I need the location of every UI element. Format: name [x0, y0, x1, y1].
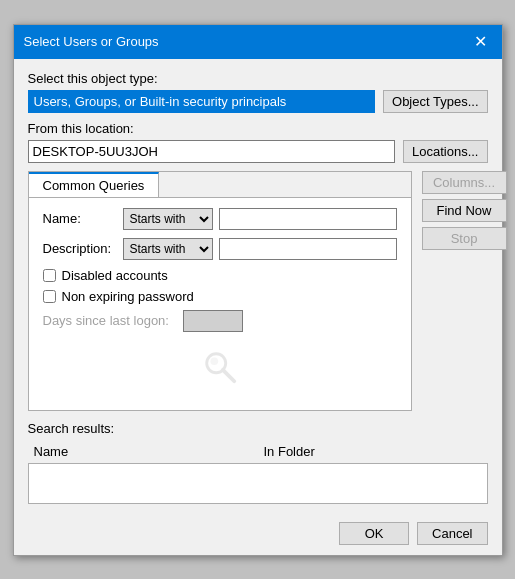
select-users-dialog: Select Users or Groups ✕ Select this obj…	[13, 24, 503, 556]
non-expiring-label: Non expiring password	[62, 289, 194, 304]
tab-body: Name: Starts with Is exactly Description…	[29, 198, 411, 410]
description-row: Description: Starts with Is exactly	[43, 238, 397, 260]
cancel-button[interactable]: Cancel	[417, 522, 487, 545]
results-table-header: Name In Folder	[28, 440, 488, 464]
dialog-title: Select Users or Groups	[24, 34, 159, 49]
location-row: Locations...	[28, 140, 488, 163]
search-results-label: Search results:	[28, 421, 488, 436]
object-type-label: Select this object type:	[28, 71, 488, 86]
tab-header: Common Queries	[29, 172, 411, 198]
dialog-footer: OK Cancel	[14, 514, 502, 555]
columns-button[interactable]: Columns...	[422, 171, 507, 194]
non-expiring-checkbox[interactable]	[43, 290, 56, 303]
search-watermark-icon	[201, 348, 239, 386]
object-type-row: Object Types...	[28, 90, 488, 113]
main-content: Common Queries Name: Starts with Is exac…	[28, 171, 488, 421]
object-types-button[interactable]: Object Types...	[383, 90, 487, 113]
location-input[interactable]	[28, 140, 396, 163]
dialog-body: Select this object type: Object Types...…	[14, 59, 502, 514]
description-input[interactable]	[219, 238, 397, 260]
results-table-body	[28, 464, 488, 504]
common-queries-tab[interactable]: Common Queries	[29, 172, 160, 197]
close-button[interactable]: ✕	[470, 31, 492, 53]
title-bar: Select Users or Groups ✕	[14, 25, 502, 59]
ok-button[interactable]: OK	[339, 522, 409, 545]
non-expiring-row: Non expiring password	[43, 289, 397, 304]
col-folder: In Folder	[258, 442, 488, 461]
tab-container: Common Queries Name: Starts with Is exac…	[28, 171, 412, 411]
days-label: Days since last logon:	[43, 313, 183, 328]
object-type-input[interactable]	[28, 90, 376, 113]
right-buttons: Columns... Find Now Stop	[422, 171, 507, 250]
days-input	[183, 310, 243, 332]
disabled-accounts-label: Disabled accounts	[62, 268, 168, 283]
locations-button[interactable]: Locations...	[403, 140, 488, 163]
location-label: From this location:	[28, 121, 488, 136]
find-now-button[interactable]: Find Now	[422, 199, 507, 222]
name-label: Name:	[43, 211, 123, 226]
queries-panel: Common Queries Name: Starts with Is exac…	[28, 171, 412, 421]
disabled-accounts-row: Disabled accounts	[43, 268, 397, 283]
watermark-area	[43, 338, 397, 396]
col-name: Name	[28, 442, 258, 461]
name-operator-select[interactable]: Starts with Is exactly	[123, 208, 213, 230]
days-row: Days since last logon:	[43, 310, 397, 332]
name-row: Name: Starts with Is exactly	[43, 208, 397, 230]
disabled-accounts-checkbox[interactable]	[43, 269, 56, 282]
stop-button[interactable]: Stop	[422, 227, 507, 250]
svg-line-1	[222, 369, 233, 380]
description-label: Description:	[43, 241, 123, 256]
svg-point-2	[210, 357, 218, 365]
name-input[interactable]	[219, 208, 397, 230]
description-operator-select[interactable]: Starts with Is exactly	[123, 238, 213, 260]
